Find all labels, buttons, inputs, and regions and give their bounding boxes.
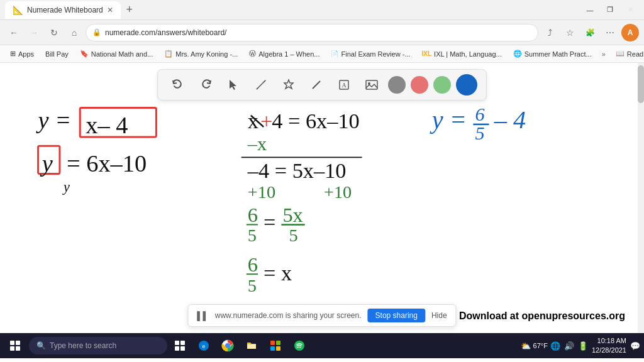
extensions-icon[interactable]: 🧩 xyxy=(581,24,599,41)
svg-rect-48 xyxy=(270,341,275,345)
color-gray[interactable] xyxy=(388,76,406,94)
refresh-button[interactable]: ↻ xyxy=(45,24,63,41)
select-tool-button[interactable] xyxy=(222,74,245,96)
svg-text:6: 6 xyxy=(248,204,258,226)
taskbar-system-icons: ⛅ 67°F 🌐 🔊 🔋 xyxy=(519,340,589,352)
svg-text:e: e xyxy=(202,343,205,349)
bookmarks-more-button[interactable]: » xyxy=(598,49,609,59)
browser-action-icons: ⤴ ☆ 🧩 ⋯ A xyxy=(541,24,639,41)
task-view-button[interactable] xyxy=(169,334,191,357)
forward-button[interactable]: → xyxy=(25,24,43,41)
bookmark-algebra[interactable]: Ⓦ Algebra 1 – When... xyxy=(244,48,325,60)
stop-sharing-button[interactable]: Stop sharing xyxy=(368,309,425,322)
screen-share-bar: ▌▌ www.numerade.com is sharing your scre… xyxy=(187,304,456,327)
svg-text:y =: y = xyxy=(430,106,467,134)
weather-icon[interactable]: ⛅ xyxy=(519,340,532,352)
redo-button[interactable] xyxy=(194,74,217,96)
tab-favicon: 📐 xyxy=(13,5,23,15)
bookmark-amy-koning[interactable]: 📋 Mrs. Amy Koning -... xyxy=(159,48,243,59)
svg-text:x– 4: x– 4 xyxy=(86,112,128,138)
profile-avatar[interactable]: A xyxy=(621,24,639,41)
svg-rect-40 xyxy=(175,341,179,345)
volume-icon[interactable]: 🔊 xyxy=(563,340,575,352)
bookmark-final-exam[interactable]: 📄 Final Exam Review -... xyxy=(326,49,415,59)
taskbar-search[interactable]: 🔍 Type here to search xyxy=(29,337,167,354)
svg-text:A: A xyxy=(341,82,347,89)
taskbar-chrome-icon[interactable] xyxy=(216,334,239,357)
bookmark-reading-list[interactable]: 📖 Reading list xyxy=(611,48,644,59)
bookmark-apps[interactable]: ⊞ Apps xyxy=(5,48,39,59)
svg-text:= 6x–10: = 6x–10 xyxy=(67,150,147,177)
svg-line-1 xyxy=(264,81,265,82)
address-text: numerade.com/answers/whiteboard/ xyxy=(105,28,226,37)
back-button[interactable]: ← xyxy=(5,24,23,41)
bookmark-national-math[interactable]: 🔖 National Math and... xyxy=(75,48,158,59)
menu-button[interactable]: ⋯ xyxy=(601,24,619,41)
address-bar[interactable]: 🔒 numerade.com/answers/whiteboard/ xyxy=(86,24,538,41)
svg-text:5: 5 xyxy=(289,226,297,245)
share-icon[interactable]: ⤴ xyxy=(541,24,558,41)
home-button[interactable]: ⌂ xyxy=(65,24,83,41)
screen-share-icon: ▌▌ xyxy=(197,311,208,321)
bookmark-billpay[interactable]: Bill Pay xyxy=(40,49,74,59)
new-tab-button[interactable]: + xyxy=(121,1,138,19)
svg-rect-41 xyxy=(180,341,185,345)
notification-button[interactable]: 💬 xyxy=(629,340,641,352)
battery-icon[interactable]: 🔋 xyxy=(577,340,589,352)
browser-tab[interactable]: 📐 Numerade Whiteboard ✕ xyxy=(5,1,121,19)
taskbar-edge-icon[interactable]: e xyxy=(192,334,215,357)
taskbar-store-icon[interactable] xyxy=(264,334,287,357)
svg-text:=: = xyxy=(264,210,275,234)
math-whiteboard: y = x– 4 y = 6x–10 y x + 4 = 6x–10 –x –4… xyxy=(0,63,644,333)
svg-text:5x: 5x xyxy=(282,204,303,226)
svg-rect-51 xyxy=(276,346,280,351)
taskbar-search-placeholder: Type here to search xyxy=(50,341,116,350)
svg-text:4 = 6x–10: 4 = 6x–10 xyxy=(272,109,360,133)
whiteboard-toolbar: A xyxy=(157,69,487,101)
svg-text:y =: y = xyxy=(36,107,72,133)
maximize-button[interactable]: ❐ xyxy=(601,4,619,16)
color-blue-selected[interactable] xyxy=(456,74,477,96)
bookmark-ixl[interactable]: IXL IXL | Math, Languag... xyxy=(417,49,507,59)
taskbar: 🔍 Type here to search e ⛅ 67°F 🌐 🔊 🔋 10:… xyxy=(0,333,644,358)
svg-text:= x: = x xyxy=(264,261,292,285)
taskbar-file-explorer-icon[interactable] xyxy=(240,334,263,357)
color-green[interactable] xyxy=(433,76,451,94)
hide-button[interactable]: Hide xyxy=(431,311,447,320)
svg-text:y: y xyxy=(62,179,70,195)
start-button[interactable] xyxy=(3,333,28,358)
svg-text:6: 6 xyxy=(248,253,258,276)
image-tool-button[interactable] xyxy=(360,74,383,96)
tools-button[interactable] xyxy=(277,74,300,96)
bookmarks-bar: ⊞ Apps Bill Pay 🔖 National Math and... 📋… xyxy=(0,45,644,63)
svg-rect-43 xyxy=(180,346,185,351)
svg-text:+: + xyxy=(260,109,272,133)
title-bar: 📐 Numerade Whiteboard ✕ + — ❐ ✕ xyxy=(0,0,644,20)
color-red[interactable] xyxy=(411,76,428,94)
svg-rect-6 xyxy=(366,80,377,89)
taskbar-clock[interactable]: 10:18 AM 12/28/2021 xyxy=(592,336,626,356)
tab-close-button[interactable]: ✕ xyxy=(107,6,113,14)
svg-text:y: y xyxy=(40,150,53,177)
close-button[interactable]: ✕ xyxy=(621,4,639,16)
svg-text:+10: +10 xyxy=(248,182,275,202)
window-controls: — ❐ ✕ xyxy=(581,4,639,16)
taskbar-time: 10:18 AM xyxy=(592,336,626,346)
network-icon[interactable]: 🌐 xyxy=(549,340,562,352)
download-text: Download at openupresources.org xyxy=(459,310,625,322)
svg-rect-42 xyxy=(175,346,179,351)
text-tool-button[interactable]: A xyxy=(333,74,355,96)
undo-button[interactable] xyxy=(167,74,189,96)
nav-bar: ← → ↻ ⌂ 🔒 numerade.com/answers/whiteboar… xyxy=(0,20,644,45)
taskbar-spotify-icon[interactable] xyxy=(288,334,311,357)
line-tool-button[interactable] xyxy=(305,74,328,96)
svg-text:5: 5 xyxy=(248,276,257,295)
bookmark-summer-math[interactable]: 🌐 Summer Math Pract... xyxy=(508,48,597,59)
pencil-tool-button[interactable] xyxy=(250,74,272,96)
svg-rect-50 xyxy=(270,346,275,351)
temperature-text: 67°F xyxy=(533,342,548,349)
taskbar-date: 12/28/2021 xyxy=(592,346,626,355)
minimize-button[interactable]: — xyxy=(581,4,599,16)
bookmark-star-icon[interactable]: ☆ xyxy=(561,24,579,41)
svg-rect-49 xyxy=(276,341,280,345)
